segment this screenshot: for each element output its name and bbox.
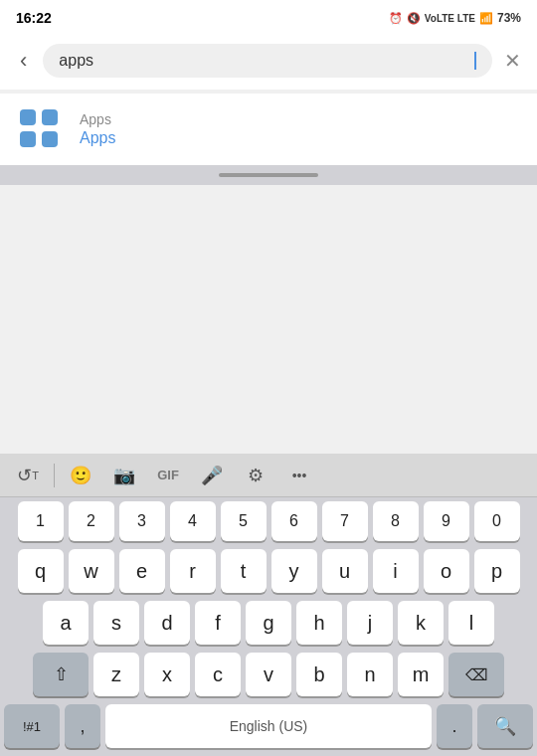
more-icon[interactable]: ••• xyxy=(279,458,319,493)
bottom-row: !#1 , English (US) . 🔍 xyxy=(0,700,537,748)
key-v[interactable]: v xyxy=(246,653,291,696)
key-u[interactable]: u xyxy=(322,549,368,593)
search-input-wrapper[interactable]: apps xyxy=(43,44,492,78)
key-4[interactable]: 4 xyxy=(170,501,216,541)
settings-icon[interactable]: ⚙ xyxy=(236,458,275,493)
key-m[interactable]: m xyxy=(398,653,444,696)
app-icon xyxy=(16,105,64,153)
key-x[interactable]: x xyxy=(144,653,190,696)
nav-bar xyxy=(0,165,537,185)
key-1[interactable]: 1 xyxy=(18,501,64,541)
key-n[interactable]: n xyxy=(347,653,393,696)
key-k[interactable]: k xyxy=(398,601,444,645)
search-key[interactable]: 🔍 xyxy=(477,704,533,748)
comma-key[interactable]: , xyxy=(65,704,100,748)
app-category-label: Apps xyxy=(80,111,115,127)
toolbar-divider xyxy=(54,464,55,487)
keyboard-toolbar: ↺T 🙂 📷 GIF 🎤 ⚙ ••• xyxy=(0,454,537,497)
clear-button[interactable]: ✕ xyxy=(504,49,521,73)
gif-icon[interactable]: GIF xyxy=(148,458,188,493)
status-icons: ⏰ 🔇 VoLTE LTE 📶 73% xyxy=(389,11,521,25)
key-h[interactable]: h xyxy=(296,601,342,645)
status-time: 16:22 xyxy=(16,10,52,26)
key-a[interactable]: a xyxy=(43,601,89,645)
nav-indicator xyxy=(219,173,318,177)
dot-4 xyxy=(42,131,58,147)
key-y[interactable]: y xyxy=(271,549,317,593)
zxcv-row: ⇧ z x c v b n m ⌫ xyxy=(0,649,537,696)
emoji-icon[interactable]: 🙂 xyxy=(61,458,100,493)
key-b[interactable]: b xyxy=(296,653,342,696)
search-bar-container: ‹ apps ✕ xyxy=(0,36,537,90)
app-info: Apps Apps xyxy=(80,111,115,147)
key-s[interactable]: s xyxy=(93,601,139,645)
key-0[interactable]: 0 xyxy=(474,501,520,541)
key-6[interactable]: 6 xyxy=(271,501,317,541)
shift-key[interactable]: ⇧ xyxy=(33,653,89,696)
key-2[interactable]: 2 xyxy=(69,501,114,541)
dot-2 xyxy=(42,109,58,125)
key-p[interactable]: p xyxy=(474,549,520,593)
mic-icon[interactable]: 🎤 xyxy=(192,458,232,493)
delete-key[interactable]: ⌫ xyxy=(448,653,504,696)
cursor xyxy=(474,52,476,70)
keyboard: ↺T 🙂 📷 GIF 🎤 ⚙ ••• 1 2 3 4 5 6 7 8 9 0 q… xyxy=(0,454,537,756)
space-key[interactable]: English (US) xyxy=(105,704,432,748)
special-key[interactable]: !#1 xyxy=(4,704,60,748)
key-j[interactable]: j xyxy=(347,601,393,645)
key-q[interactable]: q xyxy=(18,549,64,593)
key-z[interactable]: z xyxy=(93,653,139,696)
key-8[interactable]: 8 xyxy=(373,501,419,541)
sticker-icon[interactable]: 📷 xyxy=(104,458,144,493)
key-r[interactable]: r xyxy=(170,549,216,593)
key-g[interactable]: g xyxy=(246,601,291,645)
signal-icon: VoLTE LTE xyxy=(425,13,475,24)
key-l[interactable]: l xyxy=(448,601,494,645)
alarm-icon: ⏰ xyxy=(389,12,403,25)
translate-icon[interactable]: ↺T xyxy=(8,458,48,493)
period-key[interactable]: . xyxy=(437,704,472,748)
key-i[interactable]: i xyxy=(373,549,419,593)
search-input[interactable]: apps xyxy=(59,52,473,70)
key-t[interactable]: t xyxy=(221,549,267,593)
key-d[interactable]: d xyxy=(144,601,190,645)
back-button[interactable]: ‹ xyxy=(16,44,31,78)
status-bar: 16:22 ⏰ 🔇 VoLTE LTE 📶 73% xyxy=(0,0,537,36)
asdf-row: a s d f g h j k l xyxy=(0,597,537,645)
battery-text: 73% xyxy=(497,11,521,25)
key-9[interactable]: 9 xyxy=(424,501,469,541)
mute-icon: 🔇 xyxy=(407,12,421,25)
key-c[interactable]: c xyxy=(195,653,241,696)
key-5[interactable]: 5 xyxy=(221,501,267,541)
dot-3 xyxy=(20,131,36,147)
dot-1 xyxy=(20,109,36,125)
wifi-icon: 📶 xyxy=(479,12,493,25)
number-row: 1 2 3 4 5 6 7 8 9 0 xyxy=(0,497,537,541)
qwerty-row: q w e r t y u i o p xyxy=(0,545,537,593)
key-3[interactable]: 3 xyxy=(119,501,165,541)
key-f[interactable]: f xyxy=(195,601,241,645)
key-o[interactable]: o xyxy=(424,549,469,593)
search-result-item[interactable]: Apps Apps xyxy=(0,94,537,165)
app-name-label: Apps xyxy=(80,129,115,147)
key-e[interactable]: e xyxy=(119,549,165,593)
key-w[interactable]: w xyxy=(69,549,114,593)
key-7[interactable]: 7 xyxy=(322,501,368,541)
